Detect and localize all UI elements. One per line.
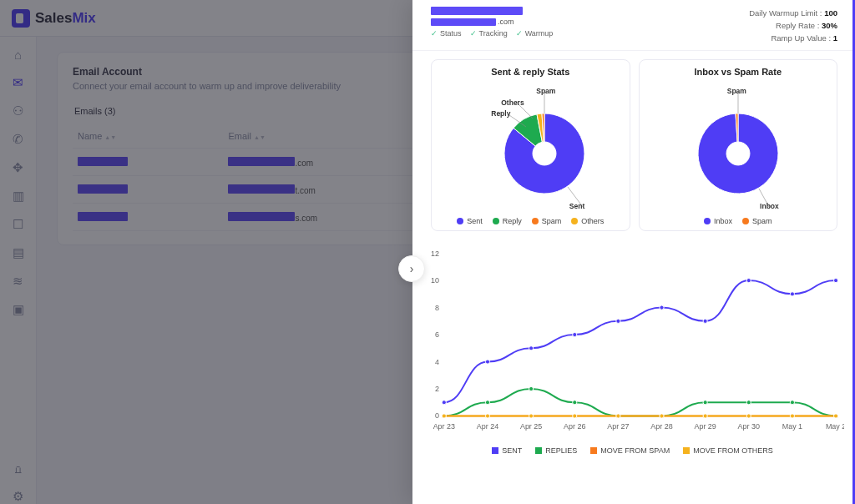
- sent-reply-chart: Sent & reply Stats Spam Others Reply Sen…: [431, 59, 630, 231]
- svg-text:10: 10: [431, 276, 439, 285]
- svg-text:Apr 28: Apr 28: [650, 422, 672, 431]
- svg-text:Apr 29: Apr 29: [694, 422, 716, 431]
- panel-header: .com Status Tracking Warmup Daily Warmup…: [412, 0, 852, 51]
- label-sent: Sent: [569, 202, 584, 210]
- svg-point-32: [790, 291, 794, 295]
- flag-warmup: Warmup: [516, 29, 554, 38]
- chevron-right-icon: ›: [410, 262, 414, 275]
- svg-text:0: 0: [435, 411, 439, 420]
- svg-point-29: [660, 305, 664, 310]
- trend-legend: SENT REPLIES MOVE FROM SPAM MOVE FROM OT…: [412, 445, 852, 461]
- svg-point-40: [703, 400, 707, 404]
- svg-point-35: [485, 400, 489, 404]
- warmup-trend-chart: 024681012Apr 23Apr 24Apr 25Apr 26Apr 27A…: [421, 239, 844, 445]
- svg-text:12: 12: [431, 249, 439, 257]
- label-spam2: Spam: [727, 87, 746, 95]
- svg-text:May 1: May 1: [782, 422, 802, 431]
- svg-point-55: [485, 413, 489, 417]
- panel-stats: Daily Warmup Limit : 100 Reply Rate : 30…: [749, 7, 837, 45]
- svg-text:8: 8: [435, 303, 439, 311]
- label-inbox: Inbox: [760, 202, 779, 210]
- svg-text:2: 2: [435, 385, 439, 393]
- svg-text:Apr 27: Apr 27: [607, 422, 629, 431]
- svg-point-62: [790, 413, 794, 417]
- svg-point-36: [529, 386, 534, 391]
- label-spam: Spam: [536, 87, 555, 95]
- svg-point-31: [746, 278, 751, 282]
- warmup-detail-panel: › .com Status Tracking Warmup Daily Warm…: [412, 0, 855, 504]
- account-domain: .com: [498, 18, 514, 26]
- account-flags: Status Tracking Warmup: [431, 29, 553, 38]
- svg-point-61: [746, 413, 751, 417]
- svg-point-25: [485, 360, 489, 364]
- svg-text:Apr 24: Apr 24: [477, 422, 498, 431]
- svg-point-27: [573, 332, 577, 336]
- svg-point-60: [703, 413, 707, 417]
- sent-reply-legend: Sent Reply Spam Others: [457, 217, 604, 225]
- svg-point-59: [660, 413, 664, 417]
- svg-text:Apr 25: Apr 25: [520, 422, 542, 431]
- label-reply: Reply: [491, 109, 510, 118]
- svg-point-57: [573, 413, 577, 417]
- inbox-spam-chart: Inbox vs Spam Rate Spam Inbox Inbox Spam: [639, 59, 838, 231]
- inbox-spam-legend: Inbox Spam: [704, 217, 772, 225]
- svg-point-28: [616, 319, 620, 323]
- svg-text:4: 4: [435, 357, 439, 365]
- svg-text:Apr 26: Apr 26: [564, 422, 585, 431]
- svg-text:May 2: May 2: [826, 422, 844, 431]
- svg-text:Apr 30: Apr 30: [738, 422, 760, 431]
- account-name-redacted: [431, 7, 523, 15]
- svg-point-63: [833, 413, 837, 417]
- svg-point-37: [573, 400, 577, 404]
- flag-status: Status: [431, 29, 462, 38]
- svg-point-58: [616, 413, 620, 417]
- svg-point-56: [529, 413, 534, 417]
- panel-collapse-button[interactable]: ›: [398, 255, 425, 282]
- flag-tracking: Tracking: [470, 29, 508, 38]
- svg-point-24: [442, 400, 446, 404]
- label-others: Others: [501, 98, 524, 107]
- svg-point-42: [790, 400, 794, 404]
- svg-text:Apr 23: Apr 23: [433, 422, 455, 431]
- svg-point-33: [833, 278, 837, 282]
- svg-text:6: 6: [435, 330, 439, 339]
- svg-point-54: [442, 413, 446, 417]
- svg-point-41: [746, 400, 751, 404]
- svg-point-30: [703, 319, 707, 323]
- svg-point-26: [529, 345, 534, 350]
- account-email-redacted: [431, 18, 496, 26]
